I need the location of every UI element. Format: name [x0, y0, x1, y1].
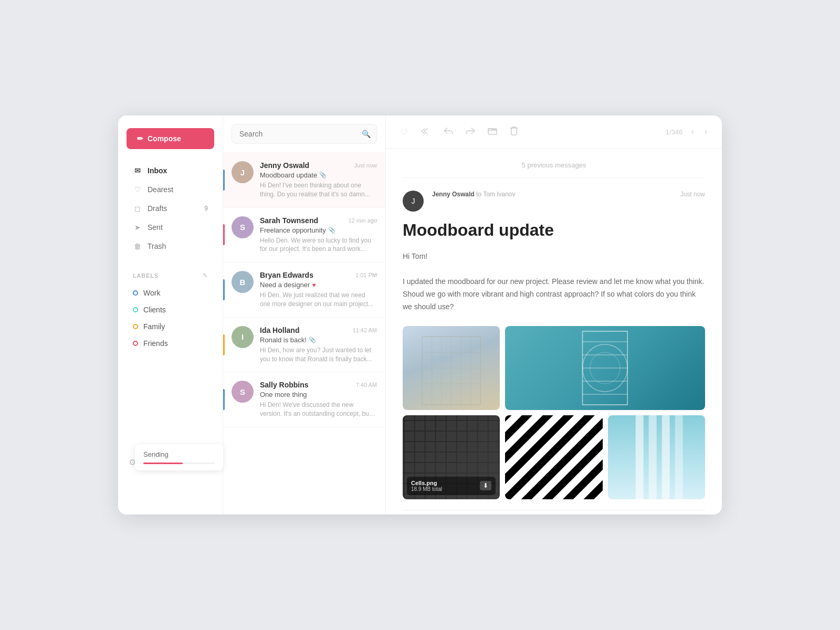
email-indicator [223, 279, 225, 300]
email-time: 11:42 AM [353, 327, 377, 333]
email-subject: Ronald is back! [260, 336, 307, 344]
sidebar-item-inbox[interactable]: ✉ Inbox [127, 162, 214, 180]
search-bar: 🔍 [223, 116, 385, 153]
attachment-stripes[interactable] [505, 415, 602, 499]
email-content: Sarah Townsend 12 min ago Freelance oppo… [260, 216, 377, 254]
forward-button[interactable] [464, 124, 477, 139]
attachment-cells[interactable]: Cells.png 18.9 MB total ⬇ [403, 415, 500, 499]
search-icon: 🔍 [362, 130, 371, 138]
friends-dot [133, 341, 138, 346]
email-indicator [223, 224, 225, 245]
file-download-button[interactable]: ⬇ [480, 481, 491, 490]
email-to-name: Tom Ivanov [483, 191, 515, 198]
email-header-row: Ida Holland 11:42 AM [260, 326, 377, 334]
email-preview: Hi Den. We just realized that we need on… [260, 291, 377, 309]
email-header-row: Jenny Oswald Just now [260, 161, 377, 170]
avatar: I [232, 326, 254, 348]
sent-icon: ➤ [133, 223, 142, 232]
attachment-icon: 📎 [328, 227, 335, 234]
email-items: J Jenny Oswald Just now Moodboard update… [223, 153, 385, 514]
email-subject-row: Moodboard update 📎 [260, 171, 377, 179]
email-subject-row: One more thing [260, 391, 377, 398]
email-item-4[interactable]: I Ida Holland 11:42 AM Ronald is back! 📎… [223, 318, 385, 373]
email-subject: Freelance opportunity [260, 226, 326, 234]
email-indicator [223, 170, 225, 191]
svg-rect-26 [635, 415, 643, 499]
email-meta: Jenny Oswald to Tom Ivanov [432, 191, 672, 212]
label-item-friends[interactable]: Friends [127, 335, 214, 352]
search-input[interactable] [232, 124, 377, 144]
sidebar-item-dearest[interactable]: ♡ Dearest [127, 181, 214, 198]
sidebar-item-drafts[interactable]: ◻ Drafts 9 [127, 200, 214, 217]
email-subject-title: Moodboard update [403, 220, 705, 240]
email-item-2[interactable]: S Sarah Townsend 12 min ago Freelance op… [223, 208, 385, 263]
file-name: Cells.png [411, 480, 442, 486]
email-indicator [223, 334, 225, 355]
attachment-footer: 18.9 MB total No viruses Download All [403, 510, 705, 514]
email-item-1[interactable]: J Jenny Oswald Just now Moodboard update… [223, 153, 385, 208]
attachments-grid: Cells.png 18.9 MB total ⬇ [403, 326, 705, 499]
prev-page-button[interactable]: ‹ [689, 125, 696, 139]
attachment-building[interactable] [403, 326, 500, 410]
email-from-name: Jenny Oswald [432, 191, 475, 198]
sidebar-item-sent[interactable]: ➤ Sent [127, 218, 214, 236]
heart-indicator: ♥ [312, 281, 316, 289]
like-button[interactable]: ♡ [398, 125, 410, 139]
label-family: Family [143, 322, 165, 331]
label-item-family[interactable]: Family [127, 318, 214, 335]
email-body-text: I updated the moodboard for our new proj… [403, 276, 705, 313]
email-sender: Bryan Edwards [260, 271, 313, 279]
sidebar: ✏ Compose ✉ Inbox ♡ Dearest ◻ Drafts 9 ➤… [118, 116, 223, 514]
email-to-label: to [476, 191, 483, 198]
avatar: S [232, 381, 254, 403]
email-subject-row: Freelance opportunity 📎 [260, 226, 377, 234]
email-header-row: Sally Robbins 7:40 AM [260, 381, 377, 389]
email-time: Just now [354, 162, 377, 169]
email-greeting: Hi Tom! [403, 250, 705, 263]
edit-icon[interactable]: ✎ [203, 272, 208, 279]
email-preview: Hi Den, how are you? Just wanted to let … [260, 346, 377, 364]
avatar: J [232, 161, 254, 183]
avatar: B [232, 271, 254, 293]
email-preview: Hello Den. We were so lucky to find you … [260, 236, 377, 254]
labels-section: LABELS ✎ Work Clients Family Friends [127, 270, 214, 352]
attachment-columns[interactable] [608, 415, 705, 499]
email-item-5[interactable]: S Sally Robbins 7:40 AM One more thing H… [223, 372, 385, 427]
heart-icon: ♡ [133, 185, 142, 194]
pagination: 1/346 ‹ › [666, 125, 709, 139]
delete-button[interactable] [508, 124, 520, 140]
sidebar-item-label: Inbox [148, 166, 167, 175]
reply-all-button[interactable] [418, 124, 433, 139]
label-friends: Friends [143, 339, 168, 348]
sender-avatar: J [403, 191, 424, 212]
email-preview: Hi Den! I've been thinking about one thi… [260, 181, 377, 199]
email-from-line: Jenny Oswald to Tom Ivanov [432, 191, 672, 198]
family-dot [133, 324, 138, 329]
reply-button[interactable] [442, 124, 455, 139]
email-content: Jenny Oswald Just now Moodboard update 📎… [260, 161, 377, 199]
email-sender: Ida Holland [260, 326, 299, 334]
next-page-button[interactable]: › [702, 125, 709, 139]
email-item-3[interactable]: B Bryan Edwards 1:01 PM Need a designer … [223, 262, 385, 318]
more-button[interactable]: ··· [371, 270, 378, 279]
attachment-tower[interactable] [505, 326, 705, 410]
sending-progress-fill [143, 463, 183, 464]
more-button[interactable]: ··· [371, 215, 378, 225]
work-dot [133, 290, 138, 296]
search-wrap: 🔍 [232, 124, 377, 144]
email-timestamp: Just now [680, 191, 705, 212]
attachment-icon: 📎 [319, 172, 327, 178]
sidebar-item-label: Drafts [148, 204, 167, 213]
email-message-header: J Jenny Oswald to Tom Ivanov Just now [403, 191, 705, 212]
compose-button[interactable]: ✏ Compose [127, 128, 214, 149]
folder-button[interactable] [486, 124, 499, 139]
label-work: Work [143, 289, 160, 297]
sidebar-item-trash[interactable]: 🗑 Trash [127, 237, 214, 255]
email-body: 5 previous messages J Jenny Oswald to To… [386, 149, 722, 514]
email-preview: Hi Den! We've discussed the new version.… [260, 401, 377, 418]
label-clients: Clients [143, 306, 166, 314]
email-toolbar: ♡ [386, 116, 722, 149]
avatar: S [232, 216, 254, 238]
label-item-clients[interactable]: Clients [127, 301, 214, 318]
label-item-work[interactable]: Work [127, 285, 214, 301]
